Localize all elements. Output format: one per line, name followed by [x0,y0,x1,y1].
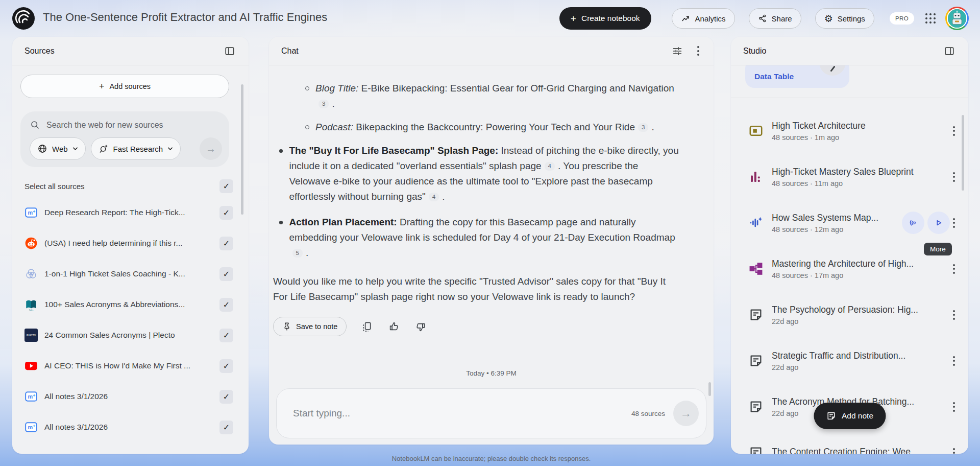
notebooklm-logo-icon[interactable] [12,7,35,30]
thumbs-up-icon[interactable] [387,320,401,334]
item-more-menu-icon[interactable] [950,399,958,415]
item-more-menu-icon[interactable] [950,123,958,139]
studio-item[interactable]: High-Ticket Mastery Sales Blueprint 48 s… [731,154,968,200]
svg-text:+: + [33,209,35,214]
add-sources-button[interactable]: + Add sources [20,75,229,98]
source-checkbox[interactable]: ✓ [219,267,233,281]
send-button[interactable]: → [673,401,699,426]
source-title: (USA) I need help determining if this r.… [44,239,214,248]
studio-scrollbar[interactable] [962,115,964,191]
item-more-menu-icon[interactable] [950,445,958,454]
settings-button[interactable]: ⚙ Settings [815,8,874,29]
collapse-panel-icon[interactable] [942,43,957,59]
studio-item[interactable]: High Ticket Architecture 48 sources · 1m… [731,108,968,154]
web-source-dropdown[interactable]: Web [30,137,86,160]
analytics-button[interactable]: Analytics [672,8,735,29]
sources-scrollbar[interactable] [241,84,243,215]
source-row[interactable]: PLECTO 24 Common Sales Acronyms | Plecto… [12,320,249,351]
hand-wave-icon [908,217,919,228]
source-row[interactable]: Sales 100+ Sales Acronyms & Abbreviation… [12,289,249,320]
source-row[interactable]: 1-on-1 High Ticket Sales Coaching - K...… [12,259,249,289]
chat-more-menu-icon[interactable] [694,43,702,59]
collapse-panel-icon[interactable] [222,43,237,59]
sources-count: 48 sources [631,410,665,417]
studio-item[interactable]: How Sales Systems Map... 48 sources · 12… [731,200,968,246]
item-more-menu-icon[interactable] [950,261,958,277]
source-title: AI CEO: THIS is How I'd Make My First ..… [44,361,214,370]
pro-badge: PRO [890,12,914,25]
search-submit-button[interactable]: → [200,137,222,160]
studio-item[interactable]: The Content Creation Engine: Wee... [731,430,968,454]
thumbs-down-icon[interactable] [414,320,428,334]
bullet-icon [279,149,283,153]
interactive-mode-button[interactable] [902,212,924,234]
note-icon [747,444,765,454]
note-icon [747,306,765,323]
chat-sub-bullet: Podcast: Bikepacking the Backcountry: Po… [273,120,685,135]
bar-chart-icon [747,168,765,185]
citation-chip[interactable]: 3 [318,100,329,108]
chat-sub-bullet: Blog Title: E-Bike Bikepacking: Essentia… [273,81,685,111]
studio-item-meta: 22d ago [772,363,950,371]
source-row[interactable]: m+ All notes 3/1/2026 ✓ [12,381,249,412]
note-add-icon [826,411,836,421]
svg-text:m: m [28,209,33,216]
svg-text:m: m [28,424,33,430]
share-icon [758,14,767,23]
add-note-label: Add note [842,411,873,421]
source-checkbox[interactable]: ✓ [219,421,233,434]
studio-item[interactable]: Strategic Traffic and Distribution... 22… [731,338,968,384]
studio-item-title: The Psychology of Persuasion: Hig... [772,305,950,315]
source-checkbox[interactable]: ✓ [219,359,233,373]
item-more-menu-icon[interactable] [950,307,958,323]
youtube-icon [24,359,38,372]
source-checkbox[interactable]: ✓ [219,390,233,404]
citation-chip[interactable]: 5 [292,249,303,258]
citation-chip[interactable]: 4 [545,162,555,171]
chat-input[interactable] [293,408,631,419]
sources-list: m+ Deep Research Report: The High-Tick..… [12,197,249,442]
research-mode-dropdown[interactable]: Fast Research [91,137,181,160]
source-checkbox[interactable]: ✓ [219,329,233,342]
chat-settings-tune-icon[interactable] [670,43,685,59]
svg-text:+: + [33,393,35,398]
svg-text:Sales: Sales [29,309,34,311]
share-button[interactable]: Share [749,8,801,29]
apps-grid-icon[interactable] [925,13,936,24]
item-more-menu-icon[interactable] [950,353,958,369]
source-row[interactable]: m+ Deep Research Report: The High-Tick..… [12,197,249,228]
save-to-note-button[interactable]: Save to note [273,317,347,336]
disclaimer-text: NotebookLM can be inaccurate; please dou… [269,455,714,462]
item-more-menu-icon[interactable] [950,169,958,185]
select-all-checkbox[interactable]: ✓ [219,179,233,193]
source-row[interactable]: m+ All notes 3/1/2026 ✓ [12,412,249,442]
create-notebook-button[interactable]: + Create notebook [559,7,651,30]
web-chip-label: Web [52,145,68,153]
studio-item-meta: 48 sources · 12m ago [772,225,899,234]
citation-chip[interactable]: 3 [638,123,648,132]
avatar[interactable] [945,7,969,30]
copy-icon[interactable] [360,320,374,334]
share-label: Share [772,14,792,23]
studio-item[interactable]: The Psychology of Persuasion: Hig... 22d… [731,292,968,338]
notebooklm-note-icon: m+ [24,390,38,403]
play-button[interactable] [927,212,950,234]
item-more-menu-icon[interactable] [950,215,958,231]
bullet-icon [279,221,283,224]
source-checkbox[interactable]: ✓ [219,237,233,250]
book-icon: Sales [24,298,38,311]
source-row[interactable]: AI CEO: THIS is How I'd Make My First ..… [12,351,249,381]
chat-scrollbar[interactable] [708,382,711,396]
top-bar: The One-Sentence Profit Extractor and AI… [0,0,980,37]
source-checkbox[interactable]: ✓ [219,206,233,220]
source-title: All notes 3/1/2026 [44,392,214,401]
source-row[interactable]: (USA) I need help determining if this r.… [12,228,249,259]
add-note-button[interactable]: Add note [814,403,886,429]
chat-message: Blog Title: E-Bike Bikepacking: Essentia… [273,65,685,378]
citation-chip[interactable]: 4 [429,193,439,201]
plus-icon: + [571,14,576,24]
play-icon [933,217,944,228]
search-input[interactable] [46,121,222,130]
source-checkbox[interactable]: ✓ [219,298,233,312]
top-bar-actions: + Create notebook Analytics [559,0,969,37]
